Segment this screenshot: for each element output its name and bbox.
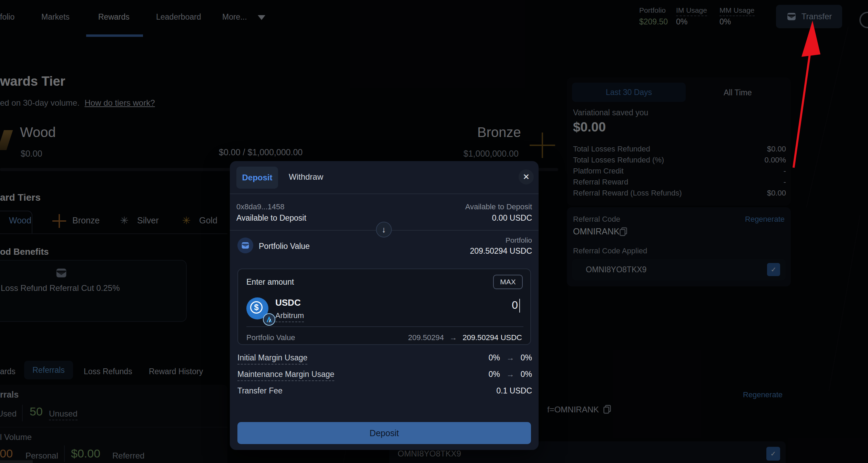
- swap-direction-icon[interactable]: ↓: [376, 222, 392, 238]
- destination-value: 209.50294 USDC: [470, 246, 532, 256]
- arrow-right-icon: →: [506, 353, 514, 362]
- initial-margin-to: 0%: [521, 353, 532, 362]
- source-label: Available to Deposit: [236, 213, 306, 223]
- deposit-submit-label: Deposit: [370, 428, 399, 438]
- initial-margin-from: 0%: [489, 353, 500, 362]
- initial-margin-label[interactable]: Initial Margin Usage: [237, 353, 307, 365]
- transfer-modal: Deposit Withdraw ✕ 0x8da9...1458 Availab…: [230, 161, 539, 450]
- divider: [230, 193, 539, 194]
- initial-margin-values: 0% → 0%: [489, 353, 532, 362]
- available-to-deposit-label: Available to Deposit: [465, 202, 532, 211]
- divider: [246, 326, 523, 327]
- deposit-submit-button[interactable]: Deposit: [237, 422, 531, 444]
- portfolio-wallet-icon: [237, 238, 253, 253]
- maintenance-margin-label[interactable]: Maintenance Margin Usage: [237, 370, 334, 381]
- arrow-right-icon: →: [506, 370, 514, 379]
- maintenance-margin-to: 0%: [521, 370, 532, 379]
- portfolio-value-row-label: Portfolio Value: [246, 333, 295, 342]
- app-root: folio Markets Rewards Leaderboard More..…: [0, 0, 868, 463]
- arbitrum-badge-icon: [263, 313, 275, 326]
- portfolio-value-row-values: 209.50294 → 209.50294 USDC: [408, 333, 522, 342]
- transfer-fee-value: 0.1 USDC: [496, 386, 532, 396]
- network-name[interactable]: Arbitrum: [275, 311, 304, 322]
- amount-card: Enter amount MAX $ USDC Arbitrum 0 Portf…: [237, 269, 531, 345]
- tab-withdraw[interactable]: Withdraw: [289, 172, 323, 182]
- tab-deposit-label: Deposit: [242, 173, 272, 182]
- arrow-right-icon: →: [449, 333, 457, 342]
- transfer-fee-label: Transfer Fee: [237, 386, 283, 396]
- amount-input[interactable]: 0: [512, 299, 518, 312]
- source-wallet-address: 0x8da9...1458: [236, 202, 284, 211]
- destination-name: Portfolio Value: [259, 242, 310, 251]
- wallet-icon: [241, 241, 250, 250]
- text-cursor: [519, 299, 520, 313]
- max-button-label: MAX: [500, 278, 516, 286]
- portfolio-value-from: 209.50294: [408, 333, 444, 342]
- available-to-deposit-value: 0.00 USDC: [492, 213, 532, 223]
- max-button[interactable]: MAX: [493, 275, 523, 289]
- enter-amount-label: Enter amount: [246, 277, 294, 287]
- destination-label: Portfolio: [506, 236, 532, 244]
- maintenance-margin-values: 0% → 0%: [489, 370, 532, 379]
- close-icon[interactable]: ✕: [519, 169, 534, 185]
- tab-deposit[interactable]: Deposit: [236, 167, 278, 189]
- maintenance-margin-from: 0%: [489, 370, 500, 379]
- asset-name: USDC: [275, 297, 301, 308]
- portfolio-value-to: 209.50294 USDC: [463, 333, 522, 342]
